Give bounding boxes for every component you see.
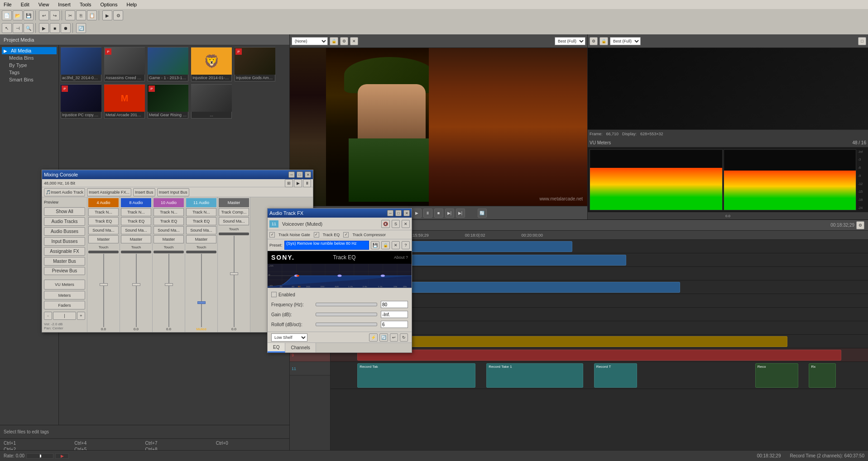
preview-quality-select[interactable]: Best (Full): [555, 37, 585, 45]
fx-max-btn[interactable]: □: [395, 210, 402, 216]
preset-help-btn[interactable]: ?: [402, 241, 410, 249]
clip-vo-5[interactable]: Rx: [809, 363, 835, 388]
record-btn[interactable]: ⏺: [61, 23, 71, 33]
pause-btn[interactable]: ⏸: [423, 209, 432, 218]
stop-btn[interactable]: ■: [50, 23, 60, 33]
fx-icon-4[interactable]: ↻: [400, 333, 408, 342]
preset-save-btn[interactable]: 💾: [371, 241, 379, 249]
sec-quality[interactable]: Best (Full): [610, 37, 641, 45]
open-btn[interactable]: 📂: [13, 10, 23, 20]
redo-btn[interactable]: ↪: [50, 10, 60, 20]
media-thumb-2[interactable]: P Assassins Creed Liberation HD copy.png: [104, 47, 145, 81]
preview-close-btn[interactable]: ✕: [350, 37, 358, 45]
menu-edit[interactable]: Edit: [19, 2, 31, 7]
menu-view[interactable]: View: [37, 2, 51, 7]
media-thumb-1[interactable]: ac3hd_32 2014-01-14 18-49-57-80.avi: [61, 47, 101, 81]
tree-media-bins[interactable]: Media Bins: [2, 54, 57, 62]
media-thumb-5[interactable]: P Injustice Gods Among Us Ultimate Editi…: [235, 47, 275, 81]
fx-mute-btn[interactable]: 🔇: [381, 220, 390, 228]
record-indicator[interactable]: ▶: [55, 453, 69, 459]
fx-icon-2[interactable]: 🔄: [379, 333, 388, 342]
rolloff-slider[interactable]: [316, 323, 377, 326]
noise-gate-checkbox[interactable]: [269, 232, 275, 238]
loop-btn[interactable]: 🔄: [76, 23, 86, 33]
track4-fader-handle[interactable]: [100, 283, 108, 286]
menu-file[interactable]: File: [2, 2, 14, 7]
faders-btn[interactable]: Faders: [44, 301, 85, 309]
media-thumb-8[interactable]: P Metal Gear Rising Cat.png: [148, 84, 188, 119]
track-eq-checkbox[interactable]: [314, 232, 319, 238]
mixing-min-btn[interactable]: ─: [288, 171, 295, 178]
select-btn[interactable]: ↖: [2, 23, 12, 33]
clip-9[interactable]: [357, 350, 841, 361]
menu-help[interactable]: Help: [125, 2, 139, 7]
assignable-fx-btn[interactable]: Assignable FX: [44, 247, 85, 256]
fx-min-btn[interactable]: ─: [387, 210, 393, 216]
preview-mode-select[interactable]: (None): [292, 37, 328, 45]
media-thumb-3[interactable]: Game - 1 - 2013-10-24 01-30-24.mp4: [148, 47, 188, 81]
mix-tb-3[interactable]: ⏸: [303, 179, 311, 187]
enabled-checkbox[interactable]: [271, 292, 277, 297]
tl-settings[interactable]: ⚙: [856, 221, 864, 229]
frequency-input[interactable]: [381, 301, 408, 308]
menu-tools[interactable]: Tools: [78, 2, 93, 7]
mix-tb-1[interactable]: ⊞: [285, 179, 293, 187]
tree-by-type[interactable]: By Type: [2, 62, 57, 69]
zoom-out-btn[interactable]: -: [44, 312, 52, 320]
media-thumb-6[interactable]: P Injustice PC copy.png: [61, 84, 101, 119]
cut-btn[interactable]: ✂: [65, 10, 75, 20]
trim-btn[interactable]: ⊣: [13, 23, 23, 33]
sec-maximize[interactable]: □: [858, 37, 866, 45]
play-btn[interactable]: ▶: [39, 23, 49, 33]
stop-btn[interactable]: ■: [434, 209, 443, 218]
insert-assignable-fx-btn[interactable]: Insert Assignable FX...: [87, 188, 131, 196]
fx-icon-3[interactable]: ↩: [390, 333, 398, 342]
paste-btn[interactable]: 📋: [87, 10, 97, 20]
input-busses-btn[interactable]: Input Busses: [44, 237, 85, 246]
fx-x-btn[interactable]: ✕: [402, 220, 410, 228]
fx-solo-btn[interactable]: S: [392, 220, 400, 228]
mixing-close-btn[interactable]: ✕: [305, 171, 311, 178]
master-fader-handle[interactable]: [230, 272, 238, 275]
vu-meters-btn[interactable]: VU Meters: [44, 280, 85, 290]
master-bus-btn[interactable]: Master Bus: [44, 257, 85, 266]
gain-slider[interactable]: [316, 313, 377, 316]
show-all-btn[interactable]: Show All: [44, 207, 85, 216]
next-frame-btn[interactable]: ▶|: [445, 209, 454, 218]
fx-close-btn[interactable]: ✕: [403, 210, 410, 216]
fx-tab-eq[interactable]: EQ: [268, 343, 285, 352]
clip-vo-2[interactable]: Record Take 1: [486, 363, 583, 388]
gain-input[interactable]: [381, 311, 408, 318]
fx-preset-select[interactable]: (Sys) Remove low rumble below 80 Hz: [284, 241, 369, 250]
track10-fader-handle[interactable]: [165, 283, 173, 286]
zoom-slider[interactable]: |: [53, 312, 76, 320]
audio-tracks-btn[interactable]: Audio Tracks: [44, 217, 85, 226]
tree-all-media[interactable]: ▶ All Media: [2, 47, 57, 54]
insert-bus-btn[interactable]: Insert Bus: [133, 188, 155, 196]
menu-insert[interactable]: Insert: [56, 2, 72, 7]
new-btn[interactable]: 📄: [2, 10, 12, 20]
zoom-btn[interactable]: 🔍: [24, 23, 34, 33]
preview-settings-btn[interactable]: ⚙: [340, 37, 348, 45]
fx-icon-1[interactable]: ⚡: [369, 333, 378, 342]
track8-fader-handle[interactable]: [132, 283, 140, 286]
preset-close-btn[interactable]: ✕: [392, 241, 400, 249]
sec-lock[interactable]: 🔒: [599, 37, 608, 45]
loop-btn[interactable]: 🔄: [478, 209, 487, 218]
settings-btn[interactable]: ⚙: [113, 10, 123, 20]
meters-btn[interactable]: Meters: [44, 291, 85, 299]
tree-tags[interactable]: Tags: [2, 69, 57, 76]
clip-vo-4[interactable]: Reco: [755, 363, 798, 388]
render-btn[interactable]: ▶: [102, 10, 112, 20]
sec-settings[interactable]: ⚙: [590, 37, 598, 45]
about-label[interactable]: About ?: [394, 255, 408, 260]
fx-tab-channels[interactable]: Channels: [285, 343, 316, 352]
preview-bus-btn[interactable]: Preview Bus: [44, 267, 85, 276]
insert-audio-track-btn[interactable]: 🎵 Insert Audio Track: [44, 188, 85, 196]
play-btn[interactable]: ▶: [412, 209, 422, 218]
preview-lock-btn[interactable]: 🔒: [330, 37, 338, 45]
audio-busses-btn[interactable]: Audio Busses: [44, 227, 85, 236]
clip-vo-3[interactable]: Record T: [594, 363, 637, 388]
save-btn[interactable]: 💾: [24, 10, 34, 20]
media-thumb-4[interactable]: 🦁 Injustice 2014-01-13 19-34-41-03.avi: [191, 47, 232, 81]
